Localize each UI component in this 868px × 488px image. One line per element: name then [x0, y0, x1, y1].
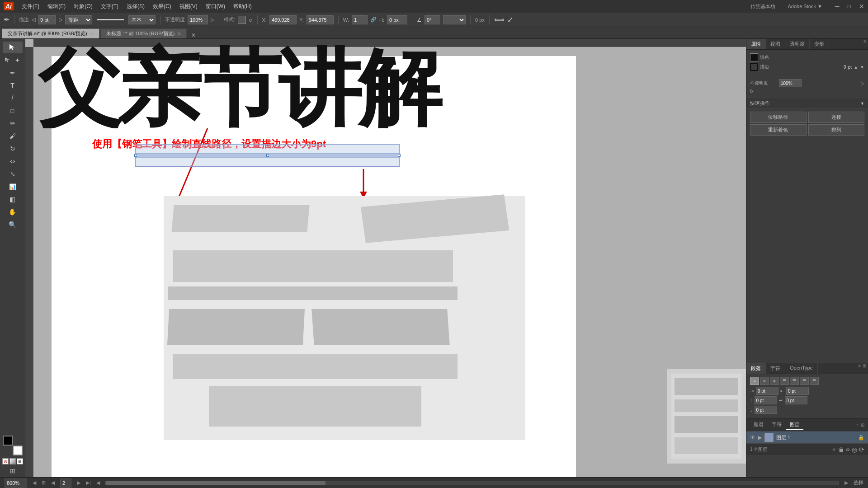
- menu-text[interactable]: 文字(T): [97, 2, 122, 11]
- layers-tab-face[interactable]: 脸谱: [750, 420, 767, 430]
- tool-graph[interactable]: 📊: [3, 181, 23, 192]
- transform-icon1[interactable]: ⟺: [494, 15, 505, 24]
- tool-direct-select[interactable]: [3, 54, 12, 66]
- layers-tab-char[interactable]: 字符: [768, 420, 785, 430]
- para-panel-collapse[interactable]: ≡: [858, 363, 861, 374]
- tool-gradient[interactable]: ◧: [3, 193, 23, 205]
- opacity-input[interactable]: [188, 15, 208, 24]
- handle-right[interactable]: [398, 154, 401, 157]
- quick-actions-header[interactable]: 快速操作 ▼: [746, 98, 868, 109]
- y-input[interactable]: [307, 15, 334, 24]
- opacity-value-input[interactable]: [779, 79, 802, 87]
- btn-arrange[interactable]: 排列: [808, 124, 865, 136]
- h-input[interactable]: [387, 15, 407, 24]
- stroke-type-select[interactable]: 等距: [65, 15, 92, 24]
- rp-tab-transform[interactable]: 变形: [810, 39, 829, 49]
- fx-label[interactable]: fx: [750, 89, 754, 94]
- tool-scale[interactable]: ⤡: [3, 168, 23, 180]
- zoom-down[interactable]: ◀: [33, 480, 36, 486]
- fill-color-swatch[interactable]: [750, 53, 758, 61]
- stroke-color-swatch[interactable]: [750, 63, 758, 71]
- stroke-style-select[interactable]: 基本: [128, 15, 156, 24]
- menu-view[interactable]: 视图(V): [176, 2, 201, 11]
- tool-rotate[interactable]: ↻: [3, 143, 23, 155]
- layer-add-icon[interactable]: +: [832, 446, 836, 453]
- stroke-swatch[interactable]: [13, 446, 23, 455]
- tab-0[interactable]: 父亲节讲解.ai* @ 800% (RGB/预览) ✕: [2, 28, 99, 38]
- opacity-arrow[interactable]: ▷: [211, 17, 214, 22]
- para-tab-para[interactable]: 段落: [746, 363, 766, 374]
- window-minimize[interactable]: ─: [835, 3, 840, 10]
- justify-left[interactable]: ☰: [780, 377, 789, 385]
- stroke-size-down[interactable]: ▼: [860, 65, 864, 70]
- layer-options-icon[interactable]: ⚙: [846, 447, 850, 452]
- tool-rect[interactable]: □: [3, 105, 23, 117]
- layers-expand[interactable]: ⊞: [861, 422, 864, 427]
- layer-arrange-icon[interactable]: ⟳: [859, 446, 864, 453]
- x-input[interactable]: [269, 15, 297, 24]
- tool-paint[interactable]: 🖌: [3, 130, 23, 142]
- space-before-input[interactable]: [755, 396, 777, 404]
- canvas-area[interactable]: 父亲节讲解 使用【钢笔工具】绘制直线路径，设置描边大小为9pt: [25, 39, 746, 477]
- tool-line[interactable]: /: [3, 92, 23, 104]
- menu-effect[interactable]: 效果(C): [149, 2, 175, 11]
- rp-tab-view[interactable]: 视图: [766, 39, 785, 49]
- menu-object[interactable]: 对象(O): [70, 2, 96, 11]
- para-tab-char[interactable]: 字符: [766, 363, 785, 374]
- btn-connect[interactable]: 连接: [808, 112, 865, 123]
- tool-mirror[interactable]: ⇔: [3, 155, 23, 167]
- indent-left-input[interactable]: [756, 387, 778, 395]
- layer-delete-icon[interactable]: 🗑: [838, 446, 844, 453]
- align-center[interactable]: ≡: [760, 377, 769, 385]
- tool-type[interactable]: T: [3, 80, 23, 91]
- menu-help[interactable]: 帮助(H): [230, 2, 255, 11]
- tool-select[interactable]: [3, 42, 23, 53]
- btn-offset-path[interactable]: 位移路径: [750, 112, 807, 123]
- artboard-icon[interactable]: ⊞: [10, 467, 15, 474]
- menu-edit[interactable]: 编辑(E): [44, 2, 69, 11]
- adobe-stock-icon[interactable]: Adobe Stock ▼: [788, 4, 822, 9]
- fill-swatch[interactable]: [3, 436, 13, 446]
- scroll-left[interactable]: ◀: [96, 480, 100, 486]
- indent-first-input[interactable]: [785, 396, 807, 404]
- btn-recolor[interactable]: 重新着色: [750, 124, 807, 136]
- tab-0-close[interactable]: ✕: [90, 31, 94, 36]
- stroke-size-input[interactable]: [38, 15, 56, 24]
- tool-zoom[interactable]: 🔍: [3, 219, 23, 230]
- layer-vis-icon[interactable]: 👁: [750, 434, 755, 441]
- align-left[interactable]: ≡: [750, 377, 759, 385]
- transform-icon2[interactable]: ⤢: [507, 15, 513, 24]
- para-tab-opentype[interactable]: OpenType: [785, 363, 818, 374]
- opacity-expand[interactable]: ▷: [861, 81, 864, 86]
- window-close[interactable]: ✕: [859, 3, 864, 10]
- color-mode-none[interactable]: ⊘: [2, 458, 9, 465]
- page-next[interactable]: ▶: [77, 480, 80, 486]
- handle-left[interactable]: [134, 154, 137, 157]
- tool-magic[interactable]: ✦: [13, 54, 22, 66]
- justify-all[interactable]: ☰: [810, 377, 819, 385]
- line-element[interactable]: [135, 144, 400, 167]
- menu-window[interactable]: 窗口(W): [202, 2, 229, 11]
- panel-collapse[interactable]: ≡: [863, 39, 866, 49]
- stroke-size-up[interactable]: ▲: [854, 65, 858, 70]
- layers-collapse[interactable]: ≡: [856, 422, 859, 427]
- page-prev[interactable]: ◀: [51, 480, 55, 486]
- para-panel-expand[interactable]: ⊞: [863, 363, 866, 374]
- space-after-input[interactable]: [755, 406, 777, 414]
- layer-locate-icon[interactable]: ◎: [852, 446, 857, 453]
- page-end[interactable]: ▶|: [86, 480, 91, 486]
- justify-right[interactable]: ☰: [800, 377, 809, 385]
- scrollbar-track[interactable]: [105, 481, 839, 485]
- layer-expand-icon[interactable]: ▶: [758, 435, 762, 441]
- angle-select[interactable]: [443, 15, 466, 24]
- layers-tab-layers[interactable]: 图层: [786, 420, 803, 430]
- angle-input[interactable]: [425, 15, 440, 24]
- menu-file[interactable]: 文件(F): [18, 2, 43, 11]
- w-input[interactable]: [352, 15, 368, 24]
- page-input[interactable]: [60, 479, 71, 488]
- tab-1-close[interactable]: ✕: [177, 31, 181, 36]
- color-mode-pattern[interactable]: ⊞: [17, 458, 23, 465]
- menu-select[interactable]: 选择(S): [123, 2, 148, 11]
- indent-right-input[interactable]: [786, 387, 809, 395]
- tool-pen[interactable]: ✒: [3, 67, 23, 79]
